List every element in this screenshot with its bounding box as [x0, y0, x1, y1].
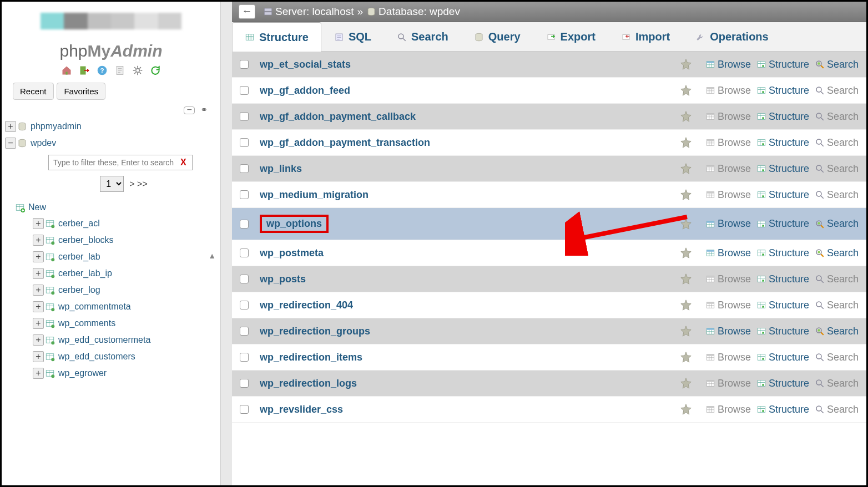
table-name-link[interactable]: wp_gf_addon_payment_transaction	[260, 137, 430, 149]
browse-action[interactable]: Browse	[705, 163, 751, 175]
row-checkbox[interactable]	[240, 301, 249, 310]
browse-action[interactable]: Browse	[705, 111, 751, 123]
structure-action[interactable]: Structure	[756, 326, 809, 337]
favorite-star-icon[interactable]	[680, 218, 692, 230]
tree-table-link[interactable]: wp_edd_customers	[58, 352, 135, 362]
logout-icon[interactable]	[79, 65, 90, 76]
clear-filter-icon[interactable]: X	[180, 158, 186, 167]
table-name-link[interactable]: wp_gf_addon_payment_callback	[260, 111, 416, 123]
table-name-link[interactable]: wp_links	[260, 163, 302, 175]
favorite-star-icon[interactable]	[680, 299, 692, 311]
structure-action[interactable]: Structure	[756, 300, 809, 311]
favorite-star-icon[interactable]	[680, 110, 692, 123]
search-action[interactable]: Search	[815, 378, 859, 389]
db-link[interactable]: wpdev	[430, 6, 460, 18]
table-name-link[interactable]: wp_options	[260, 215, 329, 233]
filter-input[interactable]	[48, 155, 193, 170]
expand-icon[interactable]: +	[33, 235, 44, 246]
row-checkbox[interactable]	[240, 138, 249, 147]
structure-action[interactable]: Structure	[756, 352, 809, 363]
table-name-link[interactable]: wp_et_social_stats	[260, 59, 351, 70]
tree-table-link[interactable]: wp_egrower	[58, 368, 107, 378]
search-action[interactable]: Search	[815, 218, 859, 230]
browse-action[interactable]: Browse	[705, 273, 751, 285]
search-action[interactable]: Search	[815, 300, 859, 311]
search-action[interactable]: Search	[815, 189, 859, 201]
row-checkbox[interactable]	[240, 275, 249, 283]
home-icon[interactable]	[61, 65, 72, 76]
structure-action[interactable]: Structure	[756, 218, 809, 230]
table-name-link[interactable]: wp_redirection_logs	[260, 378, 357, 389]
browse-action[interactable]: Browse	[705, 326, 751, 337]
collapse-panel-icon[interactable]: −	[184, 106, 195, 114]
tree-table-link[interactable]: cerber_lab	[58, 252, 100, 262]
favorite-star-icon[interactable]	[680, 273, 692, 285]
favorite-star-icon[interactable]	[680, 58, 692, 70]
structure-action[interactable]: Structure	[756, 85, 809, 97]
browse-action[interactable]: Browse	[705, 59, 751, 70]
favorite-star-icon[interactable]	[680, 189, 692, 201]
row-checkbox[interactable]	[240, 327, 249, 336]
expand-icon[interactable]: +	[5, 121, 16, 132]
row-checkbox[interactable]	[240, 248, 249, 257]
expand-icon[interactable]: +	[33, 368, 44, 379]
structure-action[interactable]: Structure	[756, 111, 809, 123]
browse-action[interactable]: Browse	[705, 137, 751, 149]
row-checkbox[interactable]	[240, 190, 249, 199]
structure-action[interactable]: Structure	[756, 404, 809, 415]
structure-action[interactable]: Structure	[756, 163, 809, 175]
search-action[interactable]: Search	[815, 326, 859, 337]
new-table-link[interactable]: New	[28, 202, 46, 212]
row-checkbox[interactable]	[240, 164, 249, 173]
tree-table-link[interactable]: wp_comments	[58, 318, 115, 328]
row-checkbox[interactable]	[240, 353, 249, 362]
expand-icon[interactable]: +	[33, 268, 44, 279]
row-checkbox[interactable]	[240, 60, 249, 69]
expand-icon[interactable]: +	[33, 351, 44, 362]
favorite-star-icon[interactable]	[680, 84, 692, 97]
table-name-link[interactable]: wp_revslider_css	[260, 404, 343, 415]
tree-table-link[interactable]: cerber_log	[58, 285, 100, 295]
favorite-star-icon[interactable]	[680, 377, 692, 389]
row-checkbox[interactable]	[240, 379, 249, 388]
reload-icon[interactable]	[150, 65, 161, 76]
structure-action[interactable]: Structure	[756, 273, 809, 285]
search-action[interactable]: Search	[815, 352, 859, 363]
db-wpdev[interactable]: wpdev	[31, 138, 56, 148]
search-action[interactable]: Search	[815, 111, 859, 123]
favorite-star-icon[interactable]	[680, 247, 692, 259]
settings-icon[interactable]	[132, 65, 143, 76]
search-action[interactable]: Search	[815, 163, 859, 175]
browse-action[interactable]: Browse	[705, 352, 751, 363]
table-name-link[interactable]: wp_medium_migration	[260, 189, 369, 201]
table-name-link[interactable]: wp_redirection_items	[260, 352, 362, 363]
search-action[interactable]: Search	[815, 247, 859, 259]
tab-search[interactable]: Search	[384, 22, 461, 51]
tab-operations[interactable]: Operations	[683, 22, 781, 51]
table-name-link[interactable]: wp_postmeta	[260, 247, 324, 259]
expand-icon[interactable]: +	[33, 251, 44, 262]
db-phpmyadmin[interactable]: phpmyadmin	[31, 121, 82, 131]
search-action[interactable]: Search	[815, 404, 859, 415]
tab-export[interactable]: Export	[533, 22, 608, 51]
sidebar-resize-handle[interactable]	[221, 2, 232, 485]
expand-icon[interactable]: +	[33, 334, 44, 346]
tree-table-link[interactable]: cerber_blocks	[58, 235, 114, 245]
favorite-star-icon[interactable]	[680, 136, 692, 149]
tree-table-link[interactable]: cerber_lab_ip	[58, 268, 112, 278]
browse-action[interactable]: Browse	[705, 85, 751, 97]
tree-table-link[interactable]: wp_commentmeta	[58, 302, 131, 312]
tab-import[interactable]: Import	[608, 22, 683, 51]
favorite-star-icon[interactable]	[680, 351, 692, 363]
table-name-link[interactable]: wp_posts	[260, 273, 306, 285]
tree-table-link[interactable]: wp_edd_customermeta	[58, 335, 150, 345]
expand-icon[interactable]: +	[33, 218, 44, 229]
expand-icon[interactable]: +	[33, 285, 44, 296]
browse-action[interactable]: Browse	[705, 247, 751, 259]
favorites-button[interactable]: Favorites	[57, 83, 105, 100]
expand-icon[interactable]: +	[33, 318, 44, 329]
browse-action[interactable]: Browse	[705, 218, 751, 230]
structure-action[interactable]: Structure	[756, 137, 809, 149]
search-action[interactable]: Search	[815, 137, 859, 149]
recent-button[interactable]: Recent	[13, 83, 54, 100]
